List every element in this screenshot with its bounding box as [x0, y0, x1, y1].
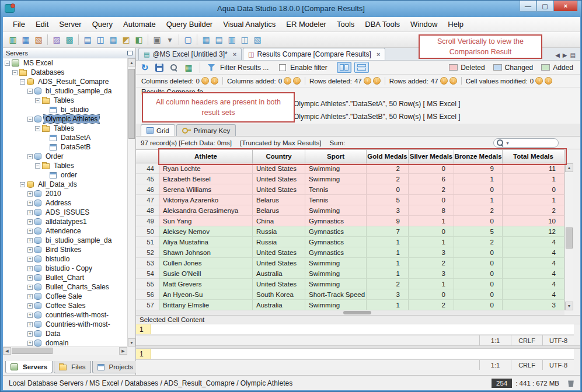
query-builder-icon[interactable]: ◫ [94, 33, 107, 46]
prev-tab-icon[interactable]: ◀ [555, 52, 560, 58]
cell[interactable]: China [253, 216, 305, 226]
row-number[interactable]: 57 [136, 300, 159, 310]
cell[interactable]: 3 [503, 300, 564, 310]
paste-dropdown-icon[interactable]: ▾ [163, 33, 176, 46]
cell[interactable]: Gymnastics [305, 247, 367, 258]
scroll-down-icon[interactable]: ▼ [565, 302, 573, 310]
cell[interactable]: 1 [409, 237, 454, 247]
refresh-icon[interactable]: ↻ [139, 62, 151, 74]
expander-minus-icon[interactable]: − [27, 89, 33, 94]
cell[interactable]: 1 [409, 279, 454, 289]
cell[interactable]: Swimming [305, 174, 367, 184]
side-by-side-view-button[interactable] [337, 62, 351, 73]
panel-dock-icon[interactable] [127, 51, 133, 55]
cell[interactable]: 1 [409, 216, 454, 226]
cell[interactable]: Short-Track Speed [305, 289, 367, 300]
stat-down-icon[interactable]: ↓ [373, 77, 381, 85]
stat-down-icon[interactable]: ↓ [211, 77, 218, 85]
expander-minus-icon[interactable]: − [12, 70, 18, 75]
cell[interactable]: 8 [409, 205, 454, 216]
stat-up-icon[interactable]: ↑ [201, 77, 209, 85]
sidebar-tab-servers[interactable]: Servers [5, 361, 53, 373]
expander-minus-icon[interactable]: − [20, 79, 25, 85]
cell[interactable]: 0 [454, 216, 503, 226]
stat-down-icon[interactable]: ↓ [449, 77, 457, 85]
tree-node-ads-issues[interactable]: +ADS_ISSUES [3, 208, 127, 217]
tree-node-dataseta[interactable]: DataSetA [3, 133, 127, 142]
cell[interactable]: 11 [503, 163, 564, 174]
tree-node-data[interactable]: +Data [3, 329, 127, 338]
cell[interactable]: 0 [454, 268, 503, 279]
cell[interactable]: Brittany Elmslie [159, 300, 253, 310]
filter-results-button[interactable]: Filter Results ... [220, 64, 269, 72]
menu-query-builder[interactable]: Query Builder [161, 18, 218, 31]
cell[interactable]: Elizabeth Beisel [159, 174, 253, 184]
window-list-icon[interactable]: ▤ [570, 52, 576, 58]
column-header-country[interactable]: Country [253, 149, 305, 163]
expander-minus-icon[interactable]: − [5, 61, 10, 66]
result-tab-grid[interactable]: Grid [141, 124, 175, 136]
expander-plus-icon[interactable]: + [27, 247, 33, 253]
cell[interactable]: Russia [253, 226, 305, 237]
cell[interactable]: Cullen Jones [159, 258, 253, 268]
cell[interactable]: Aliya Mustafina [159, 237, 253, 247]
tree-node-bistudio[interactable]: +bistudio [3, 254, 127, 264]
cell[interactable]: Australia [253, 268, 305, 279]
tab-results-compare-compare-results[interactable]: ◫Results Compare [Compare Results]× [243, 48, 385, 60]
cell[interactable]: An Hyeon-Su [159, 289, 253, 300]
tree-node-alldatatypes1[interactable]: +alldatatypes1 [3, 217, 127, 226]
tree-node-ads-result-comapre[interactable]: −ADS_Result_Comapre [3, 77, 127, 86]
garbage-collector-icon[interactable] [567, 379, 574, 387]
cell[interactable]: 0 [454, 279, 503, 289]
import-wizard-icon[interactable]: ▨ [50, 33, 63, 46]
expander-plus-icon[interactable]: + [27, 266, 33, 271]
menu-edit[interactable]: Edit [30, 18, 54, 31]
register-server-icon[interactable]: ▥ [6, 33, 19, 46]
tree-node-bird-strikes[interactable]: +Bird Strikes [3, 245, 127, 254]
next-tab-icon[interactable]: ▶ [563, 52, 567, 58]
tab-close-icon[interactable]: × [377, 51, 380, 58]
tree-node-datasetb[interactable]: DataSetB [3, 142, 127, 152]
tree-node-bi-studio[interactable]: bi_studio [3, 105, 127, 114]
menu-query[interactable]: Query [87, 18, 118, 31]
row-number[interactable]: 55 [136, 279, 159, 289]
cell[interactable]: 2 [454, 205, 503, 216]
scrollbar-thumb[interactable] [343, 311, 371, 314]
scroll-down-icon[interactable]: ▼ [128, 338, 135, 346]
column-header-gold-medals[interactable]: Gold Medals [367, 149, 409, 163]
menu-window[interactable]: Window [405, 18, 442, 31]
expander-plus-icon[interactable]: + [27, 219, 33, 225]
pivot-grid-icon[interactable]: ▥ [225, 33, 238, 46]
filter-icon[interactable] [205, 62, 217, 74]
cell[interactable]: 1 [454, 174, 503, 184]
tree-node-2010[interactable]: +2010 [3, 189, 127, 198]
memory-monitor[interactable]: 254 : 441 : 672 MB [492, 379, 559, 388]
tree-node-coffee-sales[interactable]: +Coffee Sales [3, 301, 127, 310]
cell[interactable]: 10 [503, 216, 564, 226]
connect-server-icon[interactable]: ▧ [32, 33, 45, 46]
cell[interactable]: 0 [409, 289, 454, 300]
cell[interactable]: 2 [367, 163, 409, 174]
close-button[interactable]: × [553, 1, 578, 12]
scroll-right-icon[interactable]: ▶ [119, 347, 127, 355]
cell[interactable]: Swimming [305, 163, 367, 174]
cell[interactable]: Gymnastics [305, 216, 367, 226]
expander-plus-icon[interactable]: + [27, 303, 33, 309]
cell[interactable]: 4 [503, 258, 564, 268]
minimize-button[interactable]: — [520, 1, 536, 12]
cell[interactable]: Shawn Johnson [159, 247, 253, 258]
tree-node-tables[interactable]: −Tables [3, 161, 127, 170]
cell[interactable]: 4 [503, 268, 564, 279]
cell[interactable]: 1 [367, 258, 409, 268]
row-number[interactable]: 50 [136, 226, 159, 237]
stat-up-icon[interactable]: ↑ [364, 77, 371, 85]
cell[interactable]: United States [253, 184, 305, 195]
cell[interactable]: 3 [409, 268, 454, 279]
expander-plus-icon[interactable]: + [27, 210, 33, 215]
cell[interactable]: 0 [409, 163, 454, 174]
form-editor-icon[interactable]: ◫ [238, 33, 251, 46]
stat-up-icon[interactable]: ↑ [284, 77, 291, 85]
tree-node-bullet-chart[interactable]: +Bullet_Chart [3, 273, 127, 282]
cell-value[interactable]: 1 [136, 349, 151, 359]
expander-minus-icon[interactable]: − [27, 117, 33, 122]
